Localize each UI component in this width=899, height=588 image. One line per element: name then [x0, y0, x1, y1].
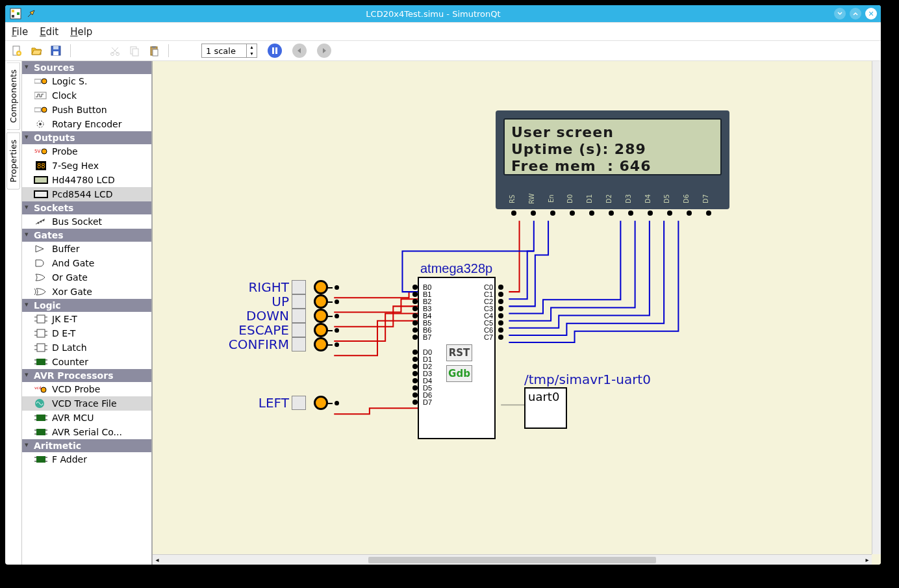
pin-dot: [498, 292, 503, 297]
paste-button[interactable]: [146, 43, 162, 58]
cat-sources[interactable]: Sources: [22, 61, 151, 74]
item-xor[interactable]: Xor Gate: [22, 285, 151, 299]
cut-button[interactable]: [107, 43, 123, 58]
pin-label-d7: D7: [423, 398, 432, 406]
menu-help[interactable]: Help: [70, 26, 92, 38]
canvas-hscroll[interactable]: ◂ ▸: [153, 554, 872, 565]
cat-outputs[interactable]: Outputs: [22, 131, 151, 144]
svg-rect-7: [53, 46, 58, 49]
pin-dot: [498, 285, 503, 290]
cat-sockets[interactable]: Sockets: [22, 201, 151, 214]
push-button-confirm[interactable]: [292, 337, 306, 352]
item-jket[interactable]: JK E-T: [22, 312, 151, 326]
item-fadder[interactable]: F Adder: [22, 452, 151, 467]
canvas-vscroll[interactable]: [872, 61, 881, 554]
item-buffer[interactable]: Buffer: [22, 242, 151, 256]
menu-edit[interactable]: Edit: [40, 26, 58, 38]
wire-node: [335, 314, 339, 318]
pin-dot: [498, 327, 503, 333]
item-vcd-trace[interactable]: VCD Trace File: [22, 396, 151, 411]
lcd-module[interactable]: User screen Uptime (s): 289 Free mem : 6…: [496, 110, 729, 209]
pin-dot: [412, 313, 418, 318]
new-file-button[interactable]: [9, 43, 25, 58]
pause-button[interactable]: [268, 44, 282, 58]
copy-button[interactable]: [127, 43, 142, 58]
maximize-button[interactable]: [850, 8, 861, 19]
button-label-down: DOWN: [224, 308, 289, 324]
item-probe[interactable]: 5VProbe: [22, 144, 151, 159]
item-clock[interactable]: Clock: [22, 88, 151, 103]
svg-rect-15: [153, 49, 158, 56]
push-button-right[interactable]: [292, 280, 306, 294]
svg-rect-69: [36, 456, 45, 463]
lcd-pin-dot: [667, 211, 672, 216]
svg-point-24: [39, 123, 42, 125]
item-avr-serial[interactable]: AVR Serial Co...: [22, 425, 151, 439]
menu-file[interactable]: File: [12, 26, 28, 38]
port-icon: [34, 76, 48, 86]
item-7seg[interactable]: 887-Seg Hex: [22, 159, 151, 173]
push-button-up[interactable]: [292, 294, 306, 309]
minimize-button[interactable]: [834, 8, 846, 19]
item-avr-mcu[interactable]: AVR MCU: [22, 411, 151, 425]
scale-up[interactable]: ▴: [246, 44, 257, 51]
svg-rect-63: [45, 419, 47, 420]
scroll-thumb[interactable]: [368, 557, 656, 563]
rst-button[interactable]: RST: [446, 344, 472, 361]
item-rotary[interactable]: Rotary Encoder: [22, 117, 151, 131]
item-or[interactable]: Or Gate: [22, 270, 151, 285]
item-det[interactable]: D E-T: [22, 326, 151, 340]
lcd-pin-dot: [706, 211, 711, 216]
port-confirm[interactable]: [314, 337, 328, 352]
item-push-button[interactable]: Push Button: [22, 103, 151, 117]
push-button-down[interactable]: [292, 309, 306, 323]
svg-rect-2: [12, 15, 14, 18]
lcd-pin-dot: [570, 211, 575, 216]
pin-dot: [412, 350, 418, 355]
item-dlatch[interactable]: D Latch: [22, 340, 151, 355]
push-button-left[interactable]: [292, 396, 306, 410]
tab-components[interactable]: Components: [6, 62, 20, 130]
cat-gates[interactable]: Gates: [22, 229, 151, 242]
scale-down[interactable]: ▾: [246, 51, 257, 57]
lcd-icon: [34, 175, 48, 185]
scroll-right-icon[interactable]: ▸: [863, 556, 872, 563]
cat-logic[interactable]: Logic: [22, 299, 151, 312]
port-left[interactable]: [314, 396, 328, 410]
item-vcd-probe[interactable]: vcdVCD Probe: [22, 382, 151, 396]
circuit-canvas[interactable]: User screen Uptime (s): 289 Free mem : 6…: [152, 61, 881, 565]
cat-avr[interactable]: AVR Processors: [22, 369, 151, 382]
ff-icon: [34, 328, 48, 339]
pin-dot: [412, 378, 418, 383]
scale-input[interactable]: [202, 46, 246, 56]
scroll-left-icon[interactable]: ◂: [153, 556, 162, 563]
gdb-button[interactable]: Gdb: [446, 365, 472, 382]
open-file-button[interactable]: [29, 43, 44, 58]
chip-icon: [34, 413, 48, 423]
port-up[interactable]: [314, 294, 328, 309]
close-button[interactable]: ✕: [865, 8, 877, 19]
button-label-escape: ESCAPE: [224, 322, 289, 338]
item-logic-s[interactable]: Logic S.: [22, 74, 151, 88]
pin-dot: [498, 306, 503, 311]
item-hd44780[interactable]: Hd44780 LCD: [22, 173, 151, 187]
item-bus-socket[interactable]: Bus Socket: [22, 214, 151, 229]
component-tree[interactable]: Sources Logic S. Clock Push Button Rotar…: [22, 61, 152, 565]
lcd-pin-dot: [550, 211, 555, 216]
cat-arith[interactable]: Aritmetic: [22, 439, 151, 452]
uart-box[interactable]: uart0: [524, 387, 567, 429]
push-button-escape[interactable]: [292, 323, 306, 337]
item-pcd8544[interactable]: Pcd8544 LCD: [22, 187, 151, 201]
port-escape[interactable]: [314, 323, 328, 337]
titlebar: LCD20x4Test.simu - SimutronQt ✕: [5, 5, 881, 22]
scale-spinbox[interactable]: ▴▾: [201, 44, 257, 58]
port-down[interactable]: [314, 309, 328, 323]
back-button[interactable]: [292, 44, 307, 58]
wire-node: [335, 300, 339, 304]
save-file-button[interactable]: [48, 43, 64, 58]
port-right[interactable]: [314, 280, 328, 294]
forward-button[interactable]: [317, 44, 331, 58]
item-and[interactable]: And Gate: [22, 256, 151, 270]
tab-properties[interactable]: Properties: [6, 133, 20, 190]
item-counter[interactable]: Counter: [22, 355, 151, 369]
